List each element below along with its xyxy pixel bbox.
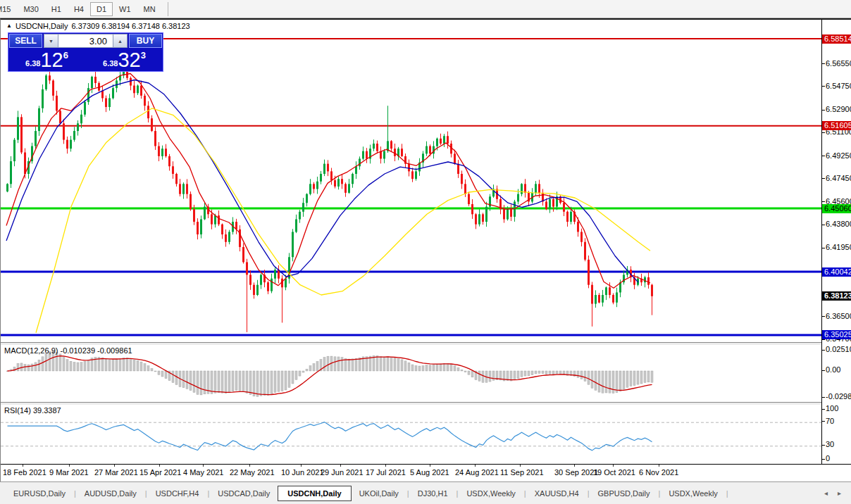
lot-size-input[interactable] [58, 34, 113, 48]
tab-usdchf-h4[interactable]: USDCHF,H4 [148, 486, 207, 500]
macd-label: MACD(12,26,9) -0.010239 -0.009861 [4, 346, 132, 355]
buy-button[interactable]: BUY [129, 34, 162, 48]
chart-panels: ▲ USDCNH,Daily 6.37309 6.38194 6.37148 6… [1, 20, 822, 464]
rsi-label: RSI(14) 39.3387 [4, 406, 61, 415]
buy-price-display[interactable]: 6.38 32 3 [87, 49, 162, 70]
timeframe-button-m30[interactable]: M30 [17, 2, 44, 16]
timeframe-toolbar: M15M30H1H4D1W1MN [0, 0, 851, 18]
rsi-tick-label: 100 [826, 404, 838, 413]
axis-tick-mark [822, 445, 825, 446]
date-tick-mark [114, 465, 115, 467]
chart-ohlc-values: 6.37309 6.38194 6.37148 6.38123 [71, 22, 190, 30]
date-tick-mark [301, 465, 302, 467]
tab-usdcnh-daily[interactable]: USDCNH,Daily [278, 486, 351, 501]
axis-tick-mark [822, 409, 825, 410]
axis-tick-mark [822, 225, 825, 225]
sell-price-big-digits: 12 [40, 50, 63, 70]
main-chart-panel: ▲ USDCNH,Daily 6.37309 6.38194 6.37148 6… [1, 20, 821, 342]
tab-audusd-daily[interactable]: AUDUSD,Daily [77, 486, 144, 500]
date-tick-mark [23, 465, 23, 467]
axis-tick-mark [822, 132, 825, 133]
tab-dj30-h1[interactable]: DJ30,H1 [410, 486, 456, 500]
buy-price-pip-digit: 3 [141, 50, 146, 61]
tab-gbpusd-daily[interactable]: GBPUSD,Daily [590, 486, 658, 500]
rsi-panel: RSI(14) 39.3387 [1, 405, 821, 464]
price-tick-label: 6.52900 [826, 105, 851, 114]
price-tick-label: 6.43800 [826, 220, 851, 229]
axis-tick-mark [822, 63, 825, 64]
date-tick-mark [249, 465, 250, 467]
timeframe-button-h4[interactable]: H4 [68, 2, 90, 16]
tab-usdx-weekly[interactable]: USDX,Weekly [459, 486, 523, 500]
date-tick-mark [520, 465, 521, 467]
axis-tick-mark [822, 421, 825, 422]
date-tick-mark [475, 465, 476, 467]
axis-tick-mark [822, 201, 825, 202]
buy-price-prefix: 6.38 [103, 59, 118, 70]
timeframe-button-mn[interactable]: MN [137, 2, 162, 16]
chart-workspace: ▲ USDCNH,Daily 6.37309 6.38194 6.37148 6… [0, 18, 851, 481]
symbol-marker-icon: ▲ [6, 23, 12, 29]
axis-tick-mark [822, 316, 825, 317]
tab-scroll-left-icon[interactable]: ◂ [824, 489, 828, 497]
tab-eurusd-daily[interactable]: EURUSD,Daily [6, 486, 73, 500]
date-label: 18 Feb 2021 [3, 468, 46, 477]
tab-scroll-right-icon[interactable]: ▸ [838, 489, 841, 497]
date-tick-mark [159, 465, 160, 467]
timeframe-button-h1[interactable]: H1 [45, 2, 68, 16]
tab-xauusd-h4[interactable]: XAUUSD,H4 [527, 486, 587, 500]
ma-slow-line [36, 108, 650, 333]
candlestick-series [6, 65, 653, 332]
tab-usdx-weekly[interactable]: USDX,Weekly [661, 486, 725, 500]
one-click-trading-panel: SELL ▼ ▲ BUY 6.38 12 [8, 32, 163, 72]
toolbar-separator [168, 2, 168, 16]
price-level-label: 6.45060 [822, 204, 851, 213]
price-tick-label: 6.54750 [826, 82, 851, 91]
date-tick-mark [69, 465, 70, 467]
tab-usdcad-daily[interactable]: USDCAD,Daily [210, 486, 278, 500]
date-tick-mark [385, 465, 386, 467]
axis-tick-mark [822, 397, 825, 398]
date-tick-mark [659, 465, 659, 467]
sell-button[interactable]: SELL [9, 34, 42, 48]
price-axis[interactable]: 6.565506.547506.529006.511006.492506.474… [822, 20, 851, 464]
rsi-canvas[interactable] [1, 405, 821, 464]
axis-tick-mark [822, 86, 825, 87]
date-label: 24 Aug 2021 [455, 468, 499, 477]
date-tick-mark [430, 465, 430, 467]
date-label: 19 Oct 2021 [593, 468, 635, 477]
price-level-label: 6.40042 [822, 267, 851, 277]
chart-tab-bar: EURUSD,Daily|AUDUSD,Daily|USDCHF,H4|USDC… [0, 481, 851, 504]
date-tick-mark [340, 465, 341, 467]
lot-increase-button[interactable]: ▲ [113, 34, 128, 48]
price-level-label: 6.51605 [822, 121, 851, 130]
sell-price-display[interactable]: 6.38 12 6 [9, 49, 85, 70]
macd-tick-label: 0.00 [826, 365, 840, 374]
date-label: 17 Jul 2021 [366, 468, 406, 477]
timeframe-button-m15[interactable]: M15 [0, 2, 17, 16]
tab-ukoil-daily[interactable]: UKOil,Daily [352, 486, 406, 500]
timeframe-button-w1[interactable]: W1 [113, 2, 137, 16]
axis-tick-mark [822, 110, 825, 111]
axis-tick-mark [822, 156, 825, 156]
date-tick-mark [203, 465, 204, 467]
date-axis[interactable]: 18 Feb 20219 Mar 202127 Mar 202115 Apr 2… [1, 464, 851, 481]
timeframe-button-d1[interactable]: D1 [90, 2, 113, 16]
date-label: 22 May 2021 [230, 468, 275, 477]
date-label: 5 Aug 2021 [410, 468, 449, 477]
date-label: 11 Sep 2021 [500, 468, 544, 477]
timeframe-button-group: M15M30H1H4D1W1MN [0, 2, 162, 16]
rsi-tick-label: 30 [826, 440, 834, 449]
macd-tick-label: 0.025108 [826, 345, 851, 354]
macd-signal-line [8, 356, 652, 395]
macd-histogram [6, 351, 653, 396]
date-label: 27 Mar 2021 [94, 468, 138, 477]
price-tick-label: 6.41950 [826, 243, 851, 252]
trade-prices-row: 6.38 12 6 6.38 32 3 [9, 49, 162, 70]
axis-tick-mark [822, 370, 825, 371]
tab-separator: | [726, 489, 729, 498]
lot-decrease-button[interactable]: ▼ [44, 34, 58, 48]
buy-price-big-digits: 32 [118, 50, 140, 70]
date-tick-mark [613, 465, 614, 467]
sell-price-prefix: 6.38 [25, 59, 40, 70]
